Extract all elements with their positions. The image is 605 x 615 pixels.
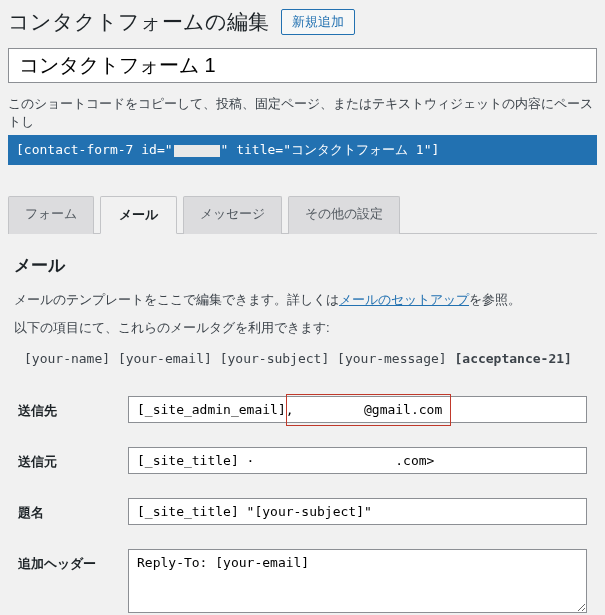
tag-your-subject: [your-subject]	[220, 351, 330, 366]
mail-setup-link[interactable]: メールのセットアップ	[339, 292, 469, 307]
mail-desc-pre: メールのテンプレートをここで編集できます。詳しくは	[14, 292, 339, 307]
mail-heading: メール	[14, 254, 591, 277]
page-title: コンタクトフォームの編集	[8, 8, 269, 36]
shortcode-box[interactable]: [contact-form-7 id="" title="コンタクトフォーム 1…	[8, 135, 597, 165]
tabs: フォーム メール メッセージ その他の設定	[8, 195, 597, 234]
tag-your-message: [your-message]	[337, 351, 447, 366]
shortcode-post: " title="コンタクトフォーム 1"]	[221, 142, 440, 157]
tab-messages[interactable]: メッセージ	[183, 196, 282, 234]
input-from[interactable]	[128, 447, 587, 474]
tab-mail[interactable]: メール	[100, 196, 177, 234]
shortcode-pre: [contact-form-7 id="	[16, 142, 173, 157]
label-from: 送信元	[14, 435, 124, 486]
tab-settings[interactable]: その他の設定	[288, 196, 400, 234]
label-headers: 追加ヘッダー	[14, 537, 124, 615]
input-headers[interactable]: Reply-To: [your-email]	[128, 549, 587, 613]
shortcode-hint: このショートコードをコピーして、投稿、固定ページ、またはテキストウィジェットの内…	[8, 95, 597, 131]
tag-acceptance: [acceptance-21]	[454, 351, 571, 366]
input-subject[interactable]	[128, 498, 587, 525]
mail-desc-1: メールのテンプレートをここで編集できます。詳しくはメールのセットアップを参照。	[14, 289, 591, 311]
label-subject: 題名	[14, 486, 124, 537]
mail-desc-2: 以下の項目にて、これらのメールタグを利用できます:	[14, 317, 591, 339]
form-title-input[interactable]	[8, 48, 597, 83]
mail-tags: [your-name] [your-email] [your-subject] …	[14, 345, 591, 384]
mail-panel: メール メールのテンプレートをここで編集できます。詳しくはメールのセットアップを…	[8, 234, 597, 615]
tag-your-name: [your-name]	[24, 351, 110, 366]
tab-form[interactable]: フォーム	[8, 196, 94, 234]
mail-desc-post: を参照。	[469, 292, 521, 307]
add-new-button[interactable]: 新規追加	[281, 9, 355, 35]
input-to[interactable]	[128, 396, 587, 423]
label-to: 送信先	[14, 384, 124, 435]
shortcode-id-mask	[174, 145, 220, 157]
tag-your-email: [your-email]	[118, 351, 212, 366]
